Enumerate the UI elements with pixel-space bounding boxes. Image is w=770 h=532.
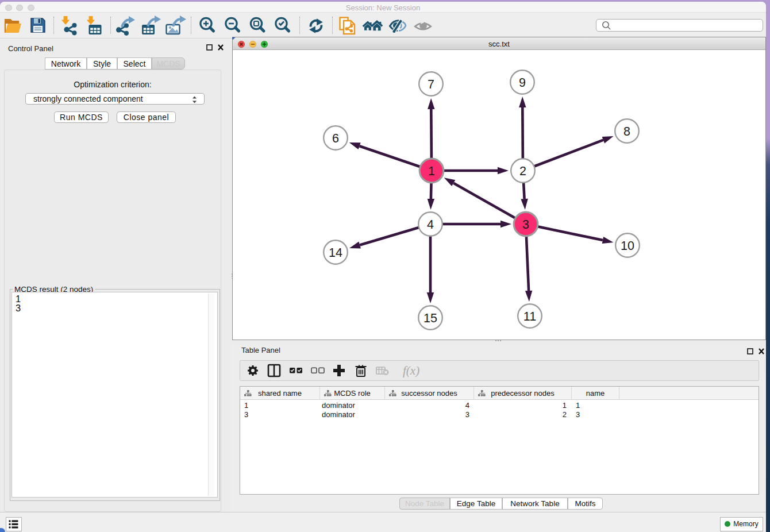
svg-text:9: 9	[519, 76, 526, 90]
svg-text:8: 8	[623, 125, 630, 138]
svg-text:2: 2	[519, 164, 526, 178]
svg-text:14: 14	[329, 246, 342, 260]
svg-text:10: 10	[621, 239, 634, 253]
svg-text:1: 1	[428, 164, 435, 178]
svg-text:15: 15	[424, 311, 437, 325]
svg-text:11: 11	[523, 310, 536, 323]
svg-text:7: 7	[428, 78, 434, 91]
svg-text:3: 3	[522, 218, 529, 232]
svg-text:4: 4	[427, 218, 434, 232]
svg-text:f(x): f(x)	[403, 364, 419, 377]
svg-text:6: 6	[332, 132, 339, 145]
